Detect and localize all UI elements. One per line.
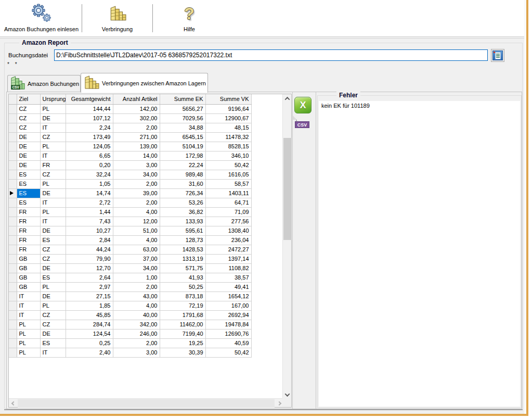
- grid-cell[interactable]: 726,34: [160, 188, 205, 198]
- row-header[interactable]: [9, 338, 17, 348]
- grid-cell[interactable]: 302,00: [113, 113, 160, 123]
- grid-cell[interactable]: 50,42: [205, 348, 251, 357]
- grid-cell[interactable]: 1616,05: [205, 170, 251, 179]
- row-header[interactable]: [9, 179, 17, 188]
- grid-cell[interactable]: 167,00: [205, 301, 251, 310]
- row-header[interactable]: [9, 282, 17, 292]
- grid-cell[interactable]: 49,41: [205, 282, 251, 292]
- grid-cell[interactable]: CZ: [40, 320, 66, 329]
- grid-cell[interactable]: 1654,12: [205, 292, 251, 301]
- grid-cell[interactable]: 12690,76: [205, 329, 251, 338]
- scroll-left-button[interactable]: [9, 399, 18, 408]
- grid-cell[interactable]: 1,00: [113, 273, 160, 282]
- grid-cell[interactable]: PL: [17, 329, 40, 338]
- grid-cell[interactable]: PL: [40, 282, 66, 292]
- grid-cell[interactable]: 3,00: [113, 348, 160, 357]
- grid-cell[interactable]: 133,93: [160, 217, 205, 226]
- grid-cell[interactable]: 172,98: [160, 151, 205, 160]
- grid-cell[interactable]: 2,64: [66, 273, 113, 282]
- grid-cell[interactable]: ES: [17, 188, 40, 198]
- grid-cell[interactable]: FR: [40, 160, 66, 170]
- row-header[interactable]: [9, 235, 17, 245]
- grid-cell[interactable]: 142,00: [113, 104, 160, 113]
- grid-cell[interactable]: 284,74: [66, 320, 113, 329]
- grid-cell[interactable]: 5656,27: [160, 104, 205, 113]
- grid-cell[interactable]: 7199,40: [160, 329, 205, 338]
- row-header[interactable]: [9, 188, 17, 198]
- grid-cell[interactable]: DE: [40, 188, 66, 198]
- grid-cell[interactable]: 9196,64: [205, 104, 251, 113]
- grid-cell[interactable]: 271,00: [113, 132, 160, 142]
- grid-cell[interactable]: GB: [17, 263, 40, 273]
- grid-cell[interactable]: 342,00: [113, 320, 160, 329]
- grid-cell[interactable]: 19,25: [160, 338, 205, 348]
- grid-cell[interactable]: 246,00: [113, 329, 160, 338]
- grid-cell[interactable]: 4,00: [113, 301, 160, 310]
- grid-cell[interactable]: IT: [40, 198, 66, 207]
- grid-cell[interactable]: 19478,84: [205, 320, 251, 329]
- grid-cell[interactable]: 36,82: [160, 207, 205, 217]
- grid-cell[interactable]: 4,00: [113, 207, 160, 217]
- vertical-scrollbar-thumb[interactable]: [283, 138, 292, 240]
- grid-cell[interactable]: 173,49: [66, 132, 113, 142]
- grid-cell[interactable]: 1308,40: [205, 226, 251, 235]
- grid-cell[interactable]: 873,18: [160, 292, 205, 301]
- grid-cell[interactable]: 1791,68: [160, 310, 205, 320]
- row-header[interactable]: [9, 292, 17, 301]
- grid-cell[interactable]: IT: [40, 123, 66, 132]
- grid-cell[interactable]: 2,84: [66, 235, 113, 245]
- grid-cell[interactable]: 1,05: [66, 179, 113, 188]
- grid-cell[interactable]: 51,00: [113, 226, 160, 235]
- grid-cell[interactable]: 34,00: [113, 263, 160, 273]
- grid-cell[interactable]: 72,19: [160, 301, 205, 310]
- grid-cell[interactable]: 3,00: [113, 160, 160, 170]
- row-header[interactable]: [9, 263, 17, 273]
- grid-cell[interactable]: 14,00: [113, 151, 160, 160]
- grid-cell[interactable]: 2692,94: [205, 310, 251, 320]
- grid-cell[interactable]: 124,54: [66, 329, 113, 338]
- grid-cell[interactable]: 11478,32: [205, 132, 251, 142]
- buchungsdatei-input[interactable]: [54, 49, 488, 61]
- grid-cell[interactable]: CZ: [17, 123, 40, 132]
- grid-cell[interactable]: ES: [17, 170, 40, 179]
- grid-cell[interactable]: 0,25: [66, 338, 113, 348]
- grid-cell[interactable]: 58,57: [205, 179, 251, 188]
- grid-cell[interactable]: 4,00: [113, 235, 160, 245]
- grid-cell[interactable]: 2,00: [113, 198, 160, 207]
- grid-cell[interactable]: 595,61: [160, 226, 205, 235]
- grid-cell[interactable]: 144,44: [66, 104, 113, 113]
- column-header-summe-vk[interactable]: Summe VK: [205, 94, 251, 104]
- row-header[interactable]: [9, 160, 17, 170]
- row-header[interactable]: [9, 320, 17, 329]
- grid-cell[interactable]: 43,00: [113, 292, 160, 301]
- grid-cell[interactable]: 124,05: [66, 142, 113, 151]
- horizontal-scrollbar[interactable]: [9, 398, 283, 407]
- grid-cell[interactable]: DE: [40, 329, 66, 338]
- column-header-anzahl-artikel[interactable]: Anzahl Artikel: [113, 94, 160, 104]
- grid-cell[interactable]: IT: [17, 310, 40, 320]
- horizontal-scrollbar-thumb[interactable]: [18, 399, 275, 408]
- grid-cell[interactable]: ES: [40, 273, 66, 282]
- grid-cell[interactable]: 22,24: [160, 160, 205, 170]
- row-header[interactable]: [9, 198, 17, 207]
- grid-cell[interactable]: 346,10: [205, 151, 251, 160]
- row-header[interactable]: [9, 226, 17, 235]
- grid-cell[interactable]: 277,56: [205, 217, 251, 226]
- grid-cell[interactable]: 989,48: [160, 170, 205, 179]
- tab-amazon-buchungen[interactable]: CSV Amazon Buchungen: [7, 75, 81, 92]
- grid-cell[interactable]: 7,43: [66, 217, 113, 226]
- grid-cell[interactable]: CZ: [17, 113, 40, 123]
- grid-cell[interactable]: 1108,82: [205, 263, 251, 273]
- grid-cell[interactable]: 2,00: [113, 179, 160, 188]
- grid-cell[interactable]: 71,09: [205, 207, 251, 217]
- grid-cell[interactable]: PL: [40, 104, 66, 113]
- grid-cell[interactable]: 50,42: [205, 160, 251, 170]
- grid-cell[interactable]: 48,15: [205, 123, 251, 132]
- grid-cell[interactable]: 2,97: [66, 282, 113, 292]
- grid-cell[interactable]: 1428,53: [160, 245, 205, 254]
- grid-cell[interactable]: 2,40: [66, 348, 113, 357]
- grid-cell[interactable]: 10,27: [66, 226, 113, 235]
- row-header[interactable]: [9, 301, 17, 310]
- row-header[interactable]: [9, 329, 17, 338]
- row-header[interactable]: [9, 132, 17, 142]
